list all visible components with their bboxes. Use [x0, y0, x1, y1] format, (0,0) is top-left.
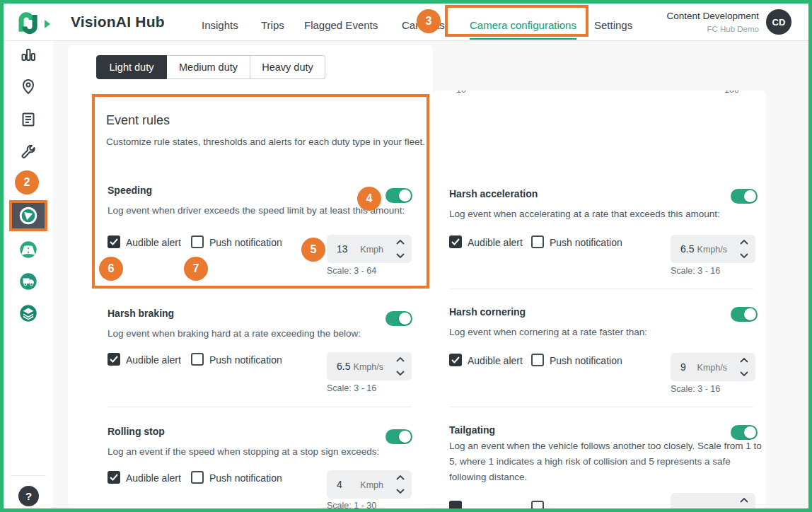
rule-toggle-rolling-stop[interactable]	[385, 429, 412, 444]
toggle-knob	[399, 190, 411, 202]
threshold-input-rolling-stop[interactable]: 4 Kmph	[327, 470, 412, 499]
rule-name-harsh-cornering: Harsh cornering	[449, 306, 526, 318]
annotation-badge-7: 7	[184, 257, 208, 281]
rule-divider	[108, 407, 412, 407]
push-notification-checkbox[interactable]	[531, 354, 544, 366]
rule-divider	[449, 289, 753, 289]
stepper[interactable]	[739, 358, 749, 376]
threshold-input-harsh-braking[interactable]: 6.5 Kmph/s	[327, 352, 412, 380]
sidebar-item-maintenance[interactable]	[19, 142, 37, 161]
audible-alert-checkbox[interactable]	[108, 353, 120, 366]
sidebar-item-locations[interactable]	[19, 78, 37, 96]
push-notification-checkbox[interactable]	[531, 501, 544, 508]
annotation-badge-2: 2	[15, 170, 39, 194]
push-notification-label: Push notification	[550, 355, 622, 366]
threshold-input-speeding[interactable]: 13 Kmph	[327, 235, 412, 263]
sidebar-item-visionai-active[interactable]	[9, 200, 47, 231]
sidebar-item-dispatch[interactable]	[18, 271, 39, 292]
rule-toggle-speeding[interactable]	[385, 188, 412, 203]
chevron-down-icon[interactable]	[740, 253, 748, 258]
chevron-up-icon[interactable]	[740, 240, 748, 245]
sidebar: ?	[4, 40, 53, 508]
sidebar-item-trips-app[interactable]	[18, 239, 39, 260]
annotation-badge-3: 3	[417, 9, 441, 33]
stepper[interactable]	[395, 475, 405, 494]
rule-toggle-harsh-braking[interactable]	[385, 311, 412, 326]
push-notification-label: Push notification	[209, 472, 282, 484]
slider-max-label: 100	[724, 91, 739, 95]
account-info[interactable]: Content Development FC Hub Demo	[666, 11, 759, 34]
audible-alert-checkbox[interactable]	[449, 501, 462, 508]
stepper[interactable]	[739, 240, 749, 258]
chevron-down-icon[interactable]	[396, 489, 405, 494]
check-icon	[451, 238, 460, 245]
sidebar-divider	[11, 475, 46, 476]
threshold-value[interactable]: 6.5	[680, 243, 694, 255]
scale-hint: Scale: 3 - 16	[671, 384, 720, 394]
threshold-input-harsh-cornering[interactable]: 9 Kmph/s	[671, 353, 755, 381]
nav-trips[interactable]: Trips	[261, 19, 284, 38]
stepper[interactable]	[739, 498, 749, 508]
threshold-unit: Kmph	[360, 480, 383, 490]
chevron-up-icon[interactable]	[396, 240, 405, 245]
rule-divider	[108, 289, 412, 289]
sidebar-item-reports[interactable]	[19, 110, 37, 129]
check-icon	[110, 474, 118, 481]
threshold-input-harsh-acceleration[interactable]: 6.5 Kmph/s	[671, 235, 755, 263]
chevron-up-icon[interactable]	[740, 498, 748, 503]
avatar[interactable]: CD	[766, 9, 791, 35]
check-icon	[110, 238, 118, 245]
threshold-value[interactable]: 6.5	[337, 361, 350, 372]
threshold-input-tailgating[interactable]	[671, 493, 755, 508]
layers-icon	[18, 303, 39, 324]
tab-heavy-duty[interactable]: Heavy duty	[250, 55, 325, 79]
audible-alert-checkbox[interactable]	[449, 354, 462, 366]
push-notification-checkbox[interactable]	[191, 471, 204, 484]
bar-chart-icon	[20, 46, 37, 63]
stepper[interactable]	[395, 240, 405, 258]
annotation-badge-6: 6	[99, 257, 123, 281]
audible-alert-label: Audible alert	[126, 354, 181, 366]
sidebar-item-integrations[interactable]	[18, 303, 39, 324]
audible-alert-label: Audible alert	[468, 237, 523, 248]
truck-icon	[18, 271, 39, 292]
tab-light-duty[interactable]: Light duty	[96, 55, 167, 79]
audible-alert-label: Audible alert	[126, 472, 181, 484]
sidebar-expand-icon[interactable]	[45, 20, 50, 28]
stepper[interactable]	[395, 357, 405, 376]
nav-insights[interactable]: Insights	[202, 19, 238, 38]
push-notification-checkbox[interactable]	[191, 235, 204, 248]
nav-settings[interactable]: Settings	[594, 19, 632, 38]
chevron-up-icon[interactable]	[396, 475, 405, 480]
rule-toggle-tailgating[interactable]	[731, 425, 758, 440]
help-button[interactable]: ?	[18, 486, 39, 506]
rule-toggle-harsh-cornering[interactable]	[731, 307, 758, 322]
nav-camera-configurations[interactable]: Camera configurations	[470, 19, 576, 40]
push-notification-checkbox[interactable]	[191, 353, 204, 366]
threshold-value[interactable]: 9	[680, 361, 686, 373]
annotation-badge-5: 5	[301, 238, 325, 262]
tab-medium-duty[interactable]: Medium duty	[167, 55, 250, 79]
top-header: VisionAI Hub Insights Trips Flagged Even…	[4, 4, 808, 41]
threshold-value[interactable]: 13	[337, 243, 348, 255]
push-notification-checkbox[interactable]	[531, 235, 544, 248]
chevron-up-icon[interactable]	[396, 357, 405, 362]
rule-desc-rolling-stop: Log an event if the speed when stopping …	[108, 444, 379, 460]
threshold-value[interactable]: 4	[337, 479, 342, 490]
audible-alert-checkbox[interactable]	[108, 235, 120, 248]
toggle-knob	[744, 426, 756, 438]
chevron-down-icon[interactable]	[396, 371, 405, 376]
document-icon	[20, 111, 37, 128]
rule-desc-harsh-acceleration: Log event when accelerating at a rate th…	[449, 206, 766, 222]
audible-alert-checkbox[interactable]	[449, 235, 462, 248]
chevron-up-icon[interactable]	[740, 358, 748, 363]
audible-alert-checkbox[interactable]	[108, 471, 120, 484]
audible-alert-label: Audible alert	[126, 237, 181, 248]
nav-flagged-events[interactable]: Flagged Events	[304, 19, 378, 38]
chevron-down-icon[interactable]	[740, 371, 748, 376]
sidebar-item-insights[interactable]	[19, 45, 37, 64]
chevron-down-icon[interactable]	[396, 253, 405, 258]
rule-toggle-harsh-acceleration[interactable]	[731, 189, 758, 204]
rule-name-harsh-acceleration: Harsh acceleration	[449, 188, 538, 199]
scale-hint: Scale: 3 - 64	[327, 266, 376, 276]
